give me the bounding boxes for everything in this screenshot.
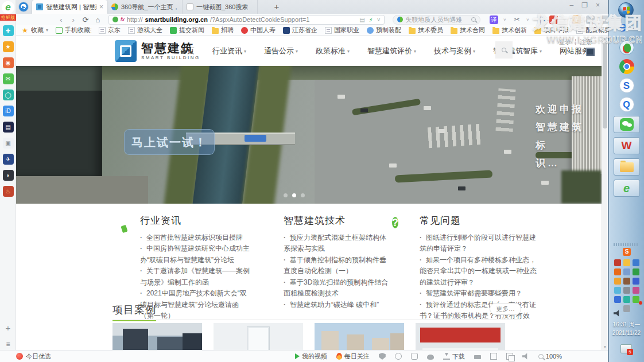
my-videos-button[interactable]: 我的视频 [295, 352, 327, 361]
sidebar-app-icon[interactable]: ▤ [3, 122, 14, 133]
zoom-control[interactable]: 100% [538, 353, 562, 360]
bookmark-item[interactable]: 中国人寿 [241, 26, 276, 34]
sidebar-app-icon[interactable]: ★ [3, 41, 14, 52]
new-tab-button[interactable]: + [270, 1, 284, 13]
address-bar[interactable]: fx http://smartbuilding.org.cn/?AspxAuto… [108, 15, 385, 25]
tray-icon[interactable] [623, 278, 630, 285]
faq-link[interactable]: 智慧建筑评审都需要哪些费用？ [420, 288, 537, 299]
sidebar-app-icon[interactable]: iD [3, 106, 14, 116]
find-icon[interactable] [536, 15, 544, 24]
nav-item[interactable]: 政策标准 ▾ [316, 46, 350, 56]
faq-link[interactable]: 如果一个项目有多种楼栋多种业态，能否只拿出其中的一栋建筑或一种业态的建筑进行评审… [420, 255, 537, 288]
more-icon-2[interactable] [600, 15, 608, 24]
tray-icon[interactable] [623, 296, 630, 303]
news-link[interactable]: 关于邀请参加《智慧建筑——案例与场景》编制工作的函 [140, 266, 251, 288]
shield-icon[interactable] [379, 353, 386, 360]
tray-grip[interactable] [614, 243, 639, 246]
search-keyword[interactable]: 失联地质人员均遇难 [406, 15, 468, 24]
sidebar-app-icon[interactable]: ◗ [3, 170, 14, 181]
tray-icon[interactable] [614, 259, 621, 266]
screenshot-icon[interactable]: ✂ [513, 15, 521, 24]
faq-link[interactable]: 图纸进行到哪个阶段可以进行智慧建筑的申请评定？ [420, 232, 537, 255]
sidebar-list-button[interactable]: ≡ [0, 340, 16, 348]
chrome-icon[interactable] [619, 59, 634, 74]
tray-icon[interactable] [614, 278, 621, 285]
vertical-scrollbar[interactable]: ▲ ▼ [602, 36, 607, 350]
printer-icon[interactable] [474, 355, 481, 359]
window-icon[interactable] [490, 353, 497, 360]
project-thumbnail[interactable] [112, 323, 202, 350]
login-link[interactable]: 登录 [558, 38, 571, 46]
taskbar-clock[interactable]: 16:31 周一 2021/11/22 [609, 320, 644, 337]
nav-item[interactable]: 智慧建筑评价 ▾ [367, 46, 416, 56]
sogou-browser-icon[interactable]: S [619, 78, 634, 93]
tech-link[interactable]: 预应力装配式混凝土框架结构体系探索与实践 [284, 232, 393, 255]
project-thumbnail[interactable] [416, 323, 505, 350]
bookmark-item[interactable]: 技术创新 [492, 26, 527, 34]
explorer-task-button[interactable] [614, 158, 640, 176]
home-button[interactable]: ⌂ [92, 15, 104, 24]
carousel-dot[interactable] [284, 193, 288, 197]
site-search-button[interactable] [495, 41, 513, 59]
sidebar-app-icon[interactable]: ✚ [3, 25, 14, 36]
browser-tab[interactable]: 一键截图_360搜索 [183, 0, 258, 14]
nav-item[interactable]: 通告公示 ▾ [264, 46, 298, 56]
games-icon[interactable]: ▸ [549, 15, 558, 24]
sidebar-add-button[interactable]: + [0, 323, 16, 333]
bookmark-item[interactable]: 国家职业 [325, 26, 359, 34]
news-link[interactable]: 全国首批智慧建筑标识项目授牌 [140, 232, 251, 243]
bookmark-item[interactable]: 京东 [99, 26, 121, 34]
tray-icon[interactable] [633, 287, 639, 294]
tech-link[interactable]: 基于3D激光扫描的预制构件结合面粗糙度检测技术 [284, 277, 393, 299]
tray-icon[interactable] [623, 287, 630, 294]
tray-icon[interactable] [614, 296, 621, 303]
chevron-down-icon[interactable]: ▾ [46, 28, 48, 33]
flash-icon[interactable]: ⚡ [369, 17, 373, 23]
nav-item[interactable]: 首页 [180, 46, 195, 56]
bookmark-item[interactable]: 手机收藏夹 [56, 26, 91, 34]
ie-icon[interactable]: e [619, 19, 627, 35]
search-icon[interactable] [471, 17, 476, 22]
tray-icon[interactable] [623, 259, 630, 266]
sidebar-app-icon[interactable]: ✉ [3, 73, 14, 84]
bookmark-item[interactable]: 招聘 [212, 26, 234, 34]
minimize-button[interactable]: – [570, 1, 574, 9]
parrot-app-icon[interactable] [619, 40, 634, 55]
projects-more-button[interactable]: 更多… [490, 303, 521, 315]
nav-item[interactable]: 行业资讯 ▾ [212, 46, 246, 56]
browser-logo-icon[interactable]: e [2, 1, 14, 14]
scrollbar-thumb[interactable] [603, 42, 607, 129]
sidebar-app-icon[interactable]: ◯ [3, 89, 14, 100]
tray-icon[interactable] [614, 287, 621, 294]
sidebar-app-icon[interactable]: ✈ [3, 154, 14, 165]
sound-icon[interactable] [522, 353, 529, 360]
browser-tab[interactable]: 智慧建筑网 | 智慧建筑评价标… × [32, 0, 107, 14]
daily-follow-button[interactable]: 每日关注 [336, 352, 370, 361]
bookmark-item[interactable]: 预制装配 [367, 26, 401, 34]
sidebar-app-icon[interactable]: ▣ [3, 138, 14, 149]
sidebar-app-icon[interactable]: ♨ [3, 186, 14, 197]
input-method-icon[interactable]: S [623, 248, 631, 256]
try-now-button[interactable]: 马上试一试！ [124, 129, 215, 155]
copy-icon[interactable] [506, 353, 513, 360]
tray-icon[interactable] [623, 268, 630, 275]
bookmark-item[interactable]: 技术委员 [409, 26, 443, 34]
tab-close-icon[interactable]: × [99, 3, 103, 11]
scroll-down-arrow[interactable]: ▼ [602, 344, 608, 350]
bookmark-item[interactable]: 收藏 ▾ [22, 26, 48, 34]
translate-icon[interactable]: 译 [490, 15, 498, 24]
qr-code-icon[interactable] [586, 48, 595, 56]
wps-task-button[interactable]: W [614, 137, 640, 154]
forward-button[interactable]: › [67, 15, 79, 24]
chevron-down-icon[interactable]: ˅ [563, 17, 567, 22]
scroll-up-arrow[interactable]: ▲ [602, 36, 608, 41]
reader-icon[interactable]: ▤ [359, 17, 364, 23]
tray-icon[interactable] [633, 259, 639, 266]
browser-task-button[interactable]: e [614, 180, 640, 197]
hero-carousel[interactable]: 马上试一试！ 欢迎申报智慧建筑标识… [16, 66, 602, 204]
tech-link[interactable]: 基于倾角控制指标的预制构件垂直度自动化检测（一） [284, 255, 393, 277]
chevron-down-icon[interactable]: ˅ [377, 17, 381, 23]
project-thumbnail[interactable] [214, 323, 303, 350]
news-link[interactable]: 中国房协智慧建筑研究中心成功主办“双碳目标与智慧建筑”分论坛 [140, 243, 251, 266]
smiley-icon[interactable] [395, 353, 402, 360]
